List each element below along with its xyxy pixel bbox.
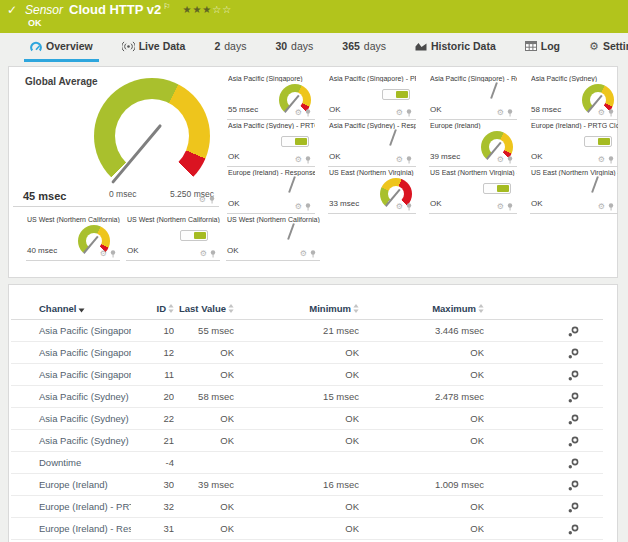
channel-tile[interactable]: Asia Pacific (Singapore)55 msec⚙	[227, 73, 315, 120]
channel-tile[interactable]: US West (Northern California)...OK⚙	[226, 214, 320, 261]
star-filled-icon[interactable]: ★	[202, 4, 212, 15]
tab-30-days[interactable]: 30days	[269, 33, 319, 62]
tile-gear-icon[interactable]: ⚙	[497, 156, 504, 164]
priority-stars[interactable]: ★★★☆☆	[182, 4, 232, 15]
star-filled-icon[interactable]: ★	[192, 4, 202, 15]
tab-overview[interactable]: Overview	[24, 33, 99, 62]
tile-gear-icon[interactable]: ⚙	[396, 109, 403, 117]
tile-gear-icon[interactable]: ⚙	[200, 250, 207, 258]
tile-gear-icon[interactable]: ⚙	[295, 156, 302, 164]
tile-pin-icon[interactable]	[406, 203, 412, 211]
tile-gear-icon[interactable]: ⚙	[598, 203, 605, 211]
tile-gear-icon[interactable]: ⚙	[396, 203, 403, 211]
star-empty-icon[interactable]: ☆	[222, 4, 232, 15]
column-header-id[interactable]: ID	[131, 297, 174, 320]
channel-settings-button[interactable]	[484, 452, 603, 474]
channel-tile[interactable]: Asia Pacific (Singapore) - PR...OK⚙	[328, 73, 416, 120]
channel-tile[interactable]: Europe (Ireland) - PRTG Cloud...OK⚙	[530, 120, 618, 167]
tab-historic-data[interactable]: Historic Data	[409, 33, 502, 62]
historic-icon	[415, 41, 427, 51]
channel-tile-value: 55 msec	[228, 105, 258, 114]
column-header-minimum[interactable]: Minimum	[234, 297, 359, 320]
tab-label: days	[364, 40, 386, 52]
channel-settings-button[interactable]	[484, 430, 603, 452]
star-filled-icon[interactable]: ★	[182, 4, 192, 15]
tile-gear-icon[interactable]: ⚙	[295, 109, 302, 117]
channel-tile[interactable]: Asia Pacific (Sydney) - Respo...OK⚙	[328, 120, 416, 167]
tile-gear-icon[interactable]: ⚙	[497, 203, 504, 211]
sort-icon	[226, 303, 234, 314]
tile-gear-icon[interactable]: ⚙	[497, 109, 504, 117]
channel-settings-button[interactable]	[484, 496, 603, 518]
tab-label: Historic Data	[431, 40, 496, 52]
channel-lookup-indicator	[180, 230, 208, 241]
tile-pin-icon[interactable]	[608, 156, 614, 164]
channel-tile[interactable]: Asia Pacific (Singapore) - Res...OK⚙	[429, 73, 517, 120]
tile-pin-icon[interactable]	[305, 109, 311, 117]
tile-gear-icon[interactable]: ⚙	[396, 156, 403, 164]
tile-gear-icon[interactable]: ⚙	[295, 203, 302, 211]
status-check-icon: ✓	[7, 3, 17, 17]
tab-prefix: 30	[275, 40, 287, 52]
tile-gear-icon[interactable]: ⚙	[598, 109, 605, 117]
tile-pin-icon[interactable]	[507, 203, 513, 211]
tab-live-data[interactable]: Live Data	[116, 33, 192, 62]
channel-tile[interactable]: US West (Northern California)40 msec⚙	[26, 214, 120, 261]
channel-settings-button[interactable]	[484, 408, 603, 430]
channel-value: 58 msec	[174, 386, 234, 408]
tile-pin-icon[interactable]	[210, 250, 216, 258]
tile-pin-icon[interactable]	[110, 250, 116, 258]
sensor-header: ✓ SensorCloud HTTP v2⚐★★★☆☆ OK	[0, 0, 628, 33]
column-label: Minimum	[309, 303, 351, 314]
channel-settings-button[interactable]	[484, 386, 603, 408]
channel-settings-button[interactable]	[484, 474, 603, 496]
channel-tile[interactable]: US East (Northern Virginia) - ...OK⚙	[530, 167, 618, 214]
lookup-indicator-knob	[194, 232, 206, 239]
channel-tile-value: OK	[329, 105, 341, 114]
channel-value: 21 msec	[234, 320, 359, 342]
gauge-icon	[30, 41, 42, 52]
tile-pin-icon[interactable]	[507, 156, 513, 164]
channel-tile[interactable]: Europe (Ireland) - Response C...OK⚙	[227, 167, 315, 214]
tab-2-days[interactable]: 2days	[208, 33, 252, 62]
tile-gear-icon[interactable]: ⚙	[199, 196, 206, 204]
channel-settings-button[interactable]	[484, 518, 603, 540]
tile-gear-icon[interactable]: ⚙	[100, 250, 107, 258]
channel-tile[interactable]: US West (Northern California)...OK⚙	[126, 214, 220, 261]
tile-gear-icon[interactable]: ⚙	[300, 250, 307, 258]
star-empty-icon[interactable]: ☆	[212, 4, 222, 15]
channel-tile[interactable]: Asia Pacific (Sydney)58 msec⚙	[530, 73, 618, 120]
tile-pin-icon[interactable]	[507, 109, 513, 117]
tile-pin-icon[interactable]	[305, 156, 311, 164]
tile-pin-icon[interactable]	[608, 203, 614, 211]
tile-pin-icon[interactable]	[406, 156, 412, 164]
tile-gear-icon[interactable]: ⚙	[598, 156, 605, 164]
tile-pin-icon[interactable]	[305, 203, 311, 211]
tile-pin-icon[interactable]	[406, 109, 412, 117]
channel-tile[interactable]: US East (Northern Virginia) - ...OK⚙	[429, 167, 517, 214]
tab-settings[interactable]: ⚙Settings	[583, 33, 628, 62]
tile-pin-icon[interactable]	[608, 109, 614, 117]
tab-log[interactable]: Log	[519, 33, 566, 62]
channel-tile[interactable]: US East (Northern Virginia)33 msec⚙	[328, 167, 416, 214]
channel-value: OK	[234, 342, 359, 364]
channel-tile-title: US West (Northern California)...	[127, 216, 220, 223]
tile-pin-icon[interactable]	[209, 196, 215, 204]
column-header-channel[interactable]: Channel	[11, 297, 131, 320]
global-average-tile[interactable]: Global Average 0 msec 5.250 msec 45 msec…	[13, 71, 219, 207]
channel-tile[interactable]: Asia Pacific (Sydney) - PRTG ...OK⚙	[227, 120, 315, 167]
channel-tile-value: OK	[329, 152, 341, 161]
tile-pin-icon[interactable]	[310, 250, 316, 258]
channel-settings-button[interactable]	[484, 364, 603, 386]
channel-settings-button[interactable]	[484, 342, 603, 364]
tab-365-days[interactable]: 365days	[336, 33, 392, 62]
tab-prefix: 2	[214, 40, 220, 52]
flag-icon[interactable]: ⚐	[163, 2, 170, 11]
channel-value: OK	[234, 430, 359, 452]
column-header-maximum[interactable]: Maximum	[359, 297, 484, 320]
channel-tile-title: Asia Pacific (Singapore) - PR...	[329, 75, 416, 82]
channel-settings-button[interactable]	[484, 320, 603, 342]
channel-tile[interactable]: Europe (Ireland)39 msec⚙	[429, 120, 517, 167]
column-header-last-value[interactable]: Last Value	[174, 297, 234, 320]
channel-value: OK	[359, 496, 484, 518]
